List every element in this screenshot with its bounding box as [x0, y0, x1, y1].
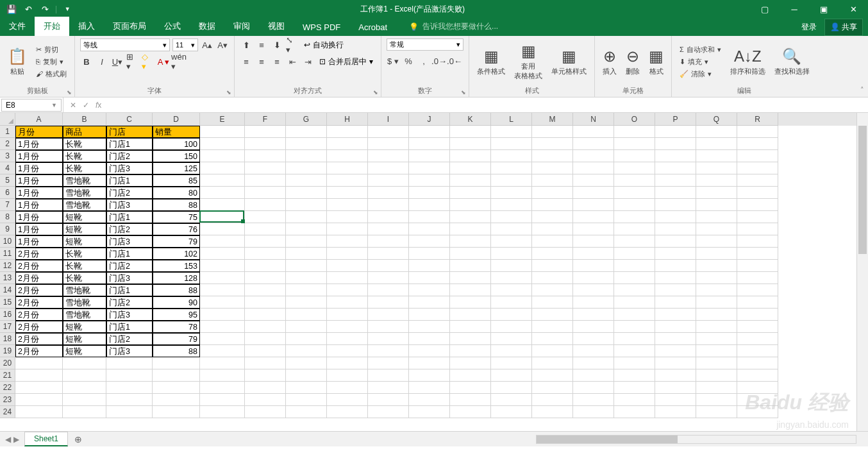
tab-wps[interactable]: WPS PDF	[294, 19, 349, 36]
cell[interactable]	[532, 321, 573, 333]
accept-formula-icon[interactable]: ✓	[83, 101, 89, 110]
cell[interactable]	[286, 174, 327, 187]
cell[interactable]	[532, 199, 573, 211]
signin-link[interactable]: 登录	[796, 19, 822, 35]
cell[interactable]	[450, 260, 491, 272]
cell[interactable]	[245, 394, 286, 406]
cell[interactable]: 95	[153, 309, 200, 321]
cell[interactable]	[368, 162, 409, 174]
col-header[interactable]: M	[532, 113, 573, 126]
cell[interactable]	[655, 309, 696, 321]
comma-icon[interactable]: ,	[417, 55, 430, 67]
row-header[interactable]: 19	[0, 345, 15, 357]
cell[interactable]	[245, 223, 286, 235]
cell[interactable]	[63, 382, 106, 394]
cell[interactable]	[368, 357, 409, 369]
cell[interactable]	[200, 406, 245, 418]
cell[interactable]	[655, 150, 696, 162]
cancel-formula-icon[interactable]: ✕	[70, 101, 76, 110]
col-header[interactable]: J	[409, 113, 450, 126]
maximize-icon[interactable]: ▣	[809, 0, 839, 18]
close-icon[interactable]: ✕	[839, 0, 868, 18]
cell[interactable]	[286, 150, 327, 162]
sheet-tab[interactable]: Sheet1	[24, 432, 68, 446]
cell[interactable]	[245, 321, 286, 333]
cell[interactable]	[655, 235, 696, 248]
col-header[interactable]: L	[491, 113, 532, 126]
col-header[interactable]: H	[327, 113, 368, 126]
cell[interactable]	[532, 211, 573, 223]
cell[interactable]	[614, 284, 655, 296]
cell[interactable]	[368, 260, 409, 272]
bold-button[interactable]: B	[80, 55, 93, 68]
cell[interactable]	[491, 345, 532, 357]
cell[interactable]	[532, 223, 573, 235]
row-header[interactable]: 5	[0, 174, 15, 187]
cell[interactable]	[286, 406, 327, 418]
cell[interactable]	[450, 223, 491, 235]
cell[interactable]	[450, 406, 491, 418]
cell[interactable]: 1月份	[15, 187, 63, 199]
cell[interactable]: 门店3	[106, 345, 153, 357]
row-header[interactable]: 20	[0, 357, 15, 369]
cell[interactable]	[200, 211, 245, 223]
cell[interactable]	[327, 309, 368, 321]
cell[interactable]	[245, 248, 286, 260]
autosum-button[interactable]: Σ自动求和 ▾	[677, 44, 724, 55]
cell[interactable]	[409, 321, 450, 333]
cell[interactable]	[532, 150, 573, 162]
wrap-text-button[interactable]: ↩自动换行	[301, 39, 346, 51]
cell[interactable]	[409, 333, 450, 345]
cell[interactable]: 雪地靴	[63, 174, 106, 187]
cell[interactable]	[491, 260, 532, 272]
cell[interactable]	[368, 150, 409, 162]
cell[interactable]	[491, 394, 532, 406]
tab-home[interactable]: 开始	[35, 17, 69, 36]
cell[interactable]	[409, 248, 450, 260]
cell[interactable]	[368, 223, 409, 235]
cell[interactable]	[200, 309, 245, 321]
cell[interactable]: 长靴	[63, 248, 106, 260]
cell[interactable]	[15, 406, 63, 418]
tab-file[interactable]: 文件	[0, 17, 35, 36]
cell[interactable]	[737, 162, 778, 174]
cell[interactable]	[696, 406, 737, 418]
cell[interactable]	[532, 187, 573, 199]
cell[interactable]	[491, 211, 532, 223]
cell[interactable]	[614, 248, 655, 260]
cell[interactable]	[286, 235, 327, 248]
cell[interactable]	[573, 223, 614, 235]
cell[interactable]	[614, 235, 655, 248]
col-header[interactable]: I	[368, 113, 409, 126]
col-header[interactable]: B	[63, 113, 106, 126]
cell[interactable]	[655, 126, 696, 138]
phonetic-button[interactable]: wén ▾	[172, 55, 185, 68]
conditional-format-button[interactable]: ▦条件格式	[474, 46, 508, 78]
cell[interactable]	[573, 199, 614, 211]
ribbon-options-icon[interactable]: ▢	[750, 0, 780, 18]
cell[interactable]	[491, 284, 532, 296]
cell[interactable]	[737, 296, 778, 309]
percent-icon[interactable]: %	[402, 55, 415, 67]
cell[interactable]	[573, 321, 614, 333]
cell[interactable]	[491, 321, 532, 333]
cell[interactable]	[286, 187, 327, 199]
cell[interactable]: 2月份	[15, 321, 63, 333]
sheet-prev-icon[interactable]: ◀	[5, 435, 11, 444]
cell[interactable]	[409, 199, 450, 211]
cell[interactable]	[532, 248, 573, 260]
cell[interactable]	[696, 345, 737, 357]
cell[interactable]	[614, 223, 655, 235]
cell[interactable]	[737, 199, 778, 211]
dec-decimal-icon[interactable]: .0←	[448, 55, 461, 67]
cell[interactable]	[200, 235, 245, 248]
cell[interactable]	[409, 394, 450, 406]
row-header[interactable]: 6	[0, 187, 15, 199]
cell[interactable]	[327, 199, 368, 211]
cell[interactable]: 1月份	[15, 138, 63, 150]
row-header[interactable]: 17	[0, 321, 15, 333]
cell[interactable]: 雪地靴	[63, 309, 106, 321]
cell[interactable]	[200, 284, 245, 296]
cell[interactable]	[573, 174, 614, 187]
cell[interactable]	[450, 394, 491, 406]
